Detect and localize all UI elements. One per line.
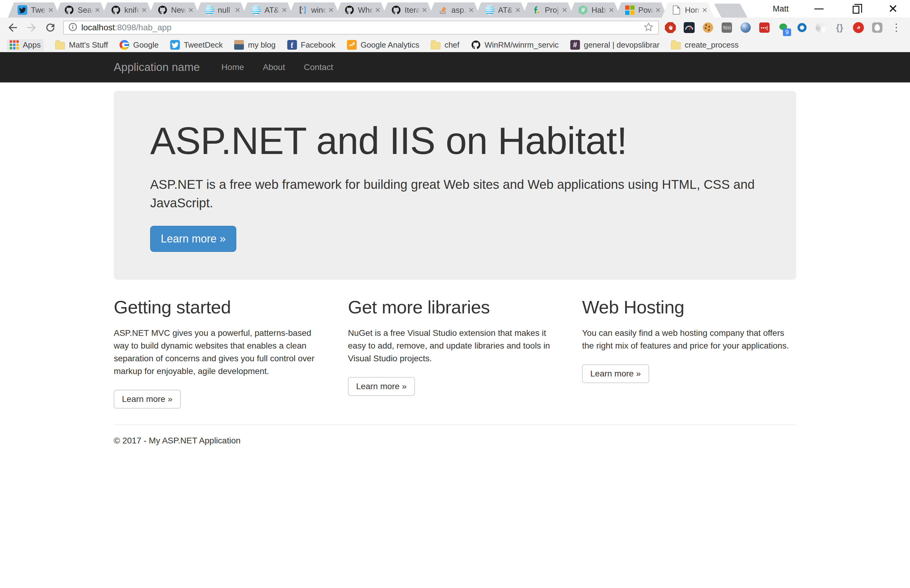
- json-braces-extension-icon[interactable]: {}: [834, 21, 846, 34]
- minimize-button[interactable]: [812, 2, 826, 15]
- browser-tab[interactable]: Sear×: [55, 2, 107, 18]
- browser-tab[interactable]: Twe×: [8, 2, 60, 18]
- bookmark-label: create_process: [685, 40, 738, 50]
- tab-close-icon[interactable]: ×: [282, 5, 287, 15]
- browser-tab[interactable]: Itera×: [382, 2, 434, 18]
- blue-ring-extension-icon[interactable]: [796, 21, 808, 34]
- bookmark-label: WinRM/winrm_servic: [485, 40, 559, 50]
- tab-close-icon[interactable]: ×: [422, 5, 427, 15]
- browser-tab[interactable]: Proj×: [522, 2, 574, 18]
- tabs-container: Twe×Sear×knife×New×null×AT&×winc×Whe×Ite…: [8, 2, 709, 18]
- back-icon[interactable]: [5, 20, 21, 36]
- bookmark-item[interactable]: create_process: [671, 40, 738, 50]
- browser-tab[interactable]: asp.×: [428, 2, 481, 18]
- browser-tab[interactable]: winc×: [288, 2, 340, 18]
- url-path: :8098/hab_app: [115, 23, 172, 32]
- tab-strip: Twe×Sear×knife×New×null×AT&×winc×Whe×Ite…: [0, 0, 910, 18]
- learn-more-button[interactable]: Learn more »: [348, 377, 415, 396]
- browser-tab[interactable]: null×: [195, 2, 247, 18]
- bookmark-item[interactable]: #general | devopslibrar: [570, 40, 660, 50]
- globe-extension-icon[interactable]: [740, 21, 752, 34]
- bookmark-item[interactable]: Matt's Stuff: [55, 40, 108, 50]
- nav-link-about[interactable]: About: [254, 63, 295, 72]
- new-tab-button[interactable]: [714, 4, 747, 18]
- bookmark-apps[interactable]: Apps: [6, 39, 44, 51]
- tab-title: null: [218, 5, 233, 15]
- folder-icon: [55, 40, 65, 50]
- tab-close-icon[interactable]: ×: [141, 5, 147, 15]
- scriptsafe-extension-icon[interactable]: S(s): [721, 21, 733, 34]
- tab-close-icon[interactable]: ×: [188, 5, 194, 15]
- tab-close-icon[interactable]: ×: [48, 5, 53, 15]
- hero-learn-more-button[interactable]: Learn more »: [150, 226, 236, 252]
- att-icon: [485, 5, 494, 15]
- learn-more-button[interactable]: Learn more »: [114, 390, 181, 409]
- google-fi-icon: [531, 5, 541, 15]
- github-icon: [64, 5, 74, 15]
- github-icon: [391, 5, 401, 15]
- swirl-extension-icon[interactable]: [815, 21, 827, 34]
- tab-close-icon[interactable]: ×: [562, 5, 567, 15]
- browser-tab[interactable]: knife×: [101, 2, 154, 18]
- column-getting-started: Getting started ASP.NET MVC gives you a …: [114, 297, 328, 409]
- microsoft-icon: [625, 5, 635, 15]
- adblock-hand-extension-icon[interactable]: [664, 21, 677, 34]
- code-brackets-icon: [298, 5, 308, 15]
- tweetdeck-icon: [170, 40, 180, 50]
- tab-title: New: [171, 5, 186, 15]
- page-info-icon[interactable]: [68, 22, 78, 33]
- plug-off-extension-icon[interactable]: [852, 21, 865, 34]
- tab-title: Hab: [591, 5, 607, 15]
- learn-more-button[interactable]: Learn more »: [582, 364, 649, 383]
- tab-close-icon[interactable]: ×: [655, 5, 661, 15]
- column-heading: Get more libraries: [348, 297, 562, 318]
- speedometer-extension-icon[interactable]: [683, 21, 695, 34]
- tab-close-icon[interactable]: ×: [702, 5, 708, 15]
- navbar-brand[interactable]: Application name: [114, 61, 200, 74]
- reload-icon[interactable]: [42, 20, 58, 36]
- document-icon: [672, 5, 681, 15]
- tab-close-icon[interactable]: ×: [468, 5, 474, 15]
- chat-balloon-extension-icon[interactable]: 9: [777, 21, 789, 34]
- url-text[interactable]: localhost:8098/hab_app: [81, 23, 643, 32]
- bookmark-item[interactable]: fFacebook: [287, 40, 335, 50]
- restore-button[interactable]: [849, 2, 863, 15]
- browser-tab[interactable]: Pow×: [615, 2, 667, 18]
- stackoverflow-icon: [438, 5, 448, 15]
- tab-close-icon[interactable]: ×: [609, 5, 614, 15]
- tab-close-icon[interactable]: ×: [375, 5, 381, 15]
- browser-tab[interactable]: AT&×: [475, 2, 527, 18]
- browser-tab[interactable]: #Hab×: [568, 2, 621, 18]
- browser-tab[interactable]: New×: [148, 2, 200, 18]
- navbar-links: HomeAboutContact: [212, 63, 342, 72]
- bookmark-item[interactable]: WinRM/winrm_servic: [471, 40, 559, 50]
- nav-link-contact[interactable]: Contact: [295, 63, 343, 72]
- nav-link-home[interactable]: Home: [212, 63, 254, 72]
- github-icon: [345, 5, 354, 15]
- bookmark-label: my blog: [248, 40, 275, 50]
- feature-columns: Getting started ASP.NET MVC gives you a …: [105, 297, 805, 409]
- profile-name[interactable]: Matt: [772, 4, 789, 14]
- forward-icon[interactable]: [24, 20, 39, 36]
- bookmark-star-icon[interactable]: [643, 21, 654, 34]
- tab-close-icon[interactable]: ×: [235, 5, 240, 15]
- proxy-blob-extension-icon[interactable]: [871, 21, 883, 34]
- tab-close-icon[interactable]: ×: [95, 5, 100, 15]
- browser-tab[interactable]: Whe×: [335, 2, 387, 18]
- cookie-extension-icon[interactable]: [702, 21, 714, 34]
- tab-close-icon[interactable]: ×: [328, 5, 334, 15]
- address-bar[interactable]: localhost:8098/hab_app: [63, 21, 659, 34]
- tab-close-icon[interactable]: ×: [515, 5, 521, 15]
- bookmark-item[interactable]: chef: [431, 40, 459, 50]
- folder-icon: [671, 40, 681, 50]
- bookmark-item[interactable]: my blog: [234, 40, 275, 50]
- browser-menu-icon[interactable]: ⋮: [888, 23, 905, 32]
- browser-tab[interactable]: Hom×: [662, 2, 714, 18]
- facebook-icon: f: [287, 40, 297, 50]
- bookmark-item[interactable]: Google Analytics: [347, 40, 419, 50]
- bookmark-item[interactable]: Google: [120, 40, 159, 50]
- close-window-button[interactable]: ✕: [886, 2, 900, 15]
- bookmark-item[interactable]: TweetDeck: [170, 40, 223, 50]
- browser-tab[interactable]: AT&×: [241, 2, 294, 18]
- lastpass-extension-icon[interactable]: •••|: [758, 21, 771, 34]
